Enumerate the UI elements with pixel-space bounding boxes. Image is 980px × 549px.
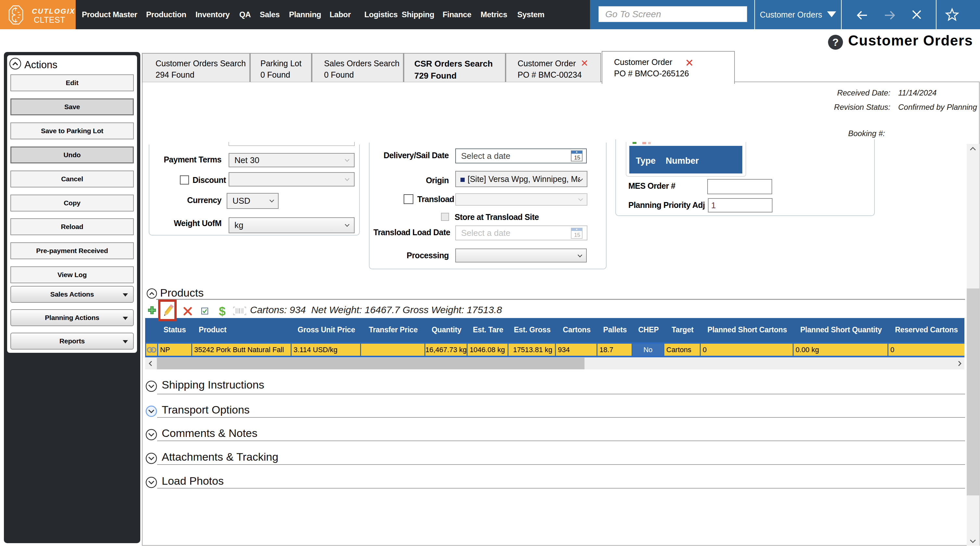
svg-text:15: 15 bbox=[574, 232, 580, 238]
svg-text:15: 15 bbox=[574, 155, 580, 161]
